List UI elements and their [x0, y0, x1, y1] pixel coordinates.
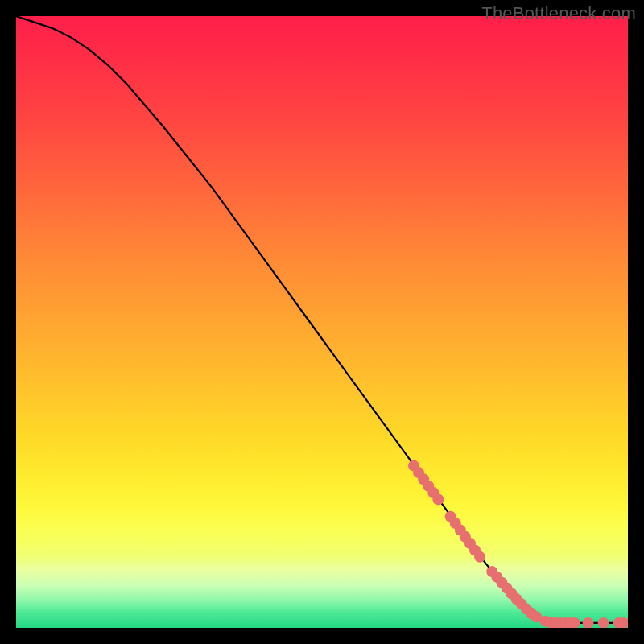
watermark-label: TheBottleneck.com — [481, 3, 636, 24]
data-marker — [432, 493, 444, 505]
chart-svg — [16, 16, 628, 628]
chart-stage: TheBottleneck.com — [0, 0, 644, 644]
gradient-background — [16, 16, 628, 628]
plot-area — [16, 16, 628, 628]
data-marker — [474, 551, 485, 563]
